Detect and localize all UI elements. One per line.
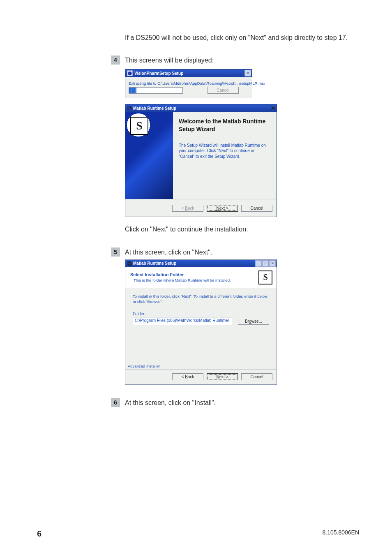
next-button[interactable]: Next >: [207, 373, 238, 380]
intro-text: If a DS2500 will not be used, click only…: [125, 33, 359, 42]
step-5-marker: 5: [111, 247, 120, 257]
matlab-wizard-titlebar: ⧉ Matlab Runtime Setup ✕: [125, 104, 277, 112]
product-logo-icon: S: [258, 271, 272, 284]
wizard-heading: Welcome to the Matlab Runtime Setup Wiza…: [179, 118, 271, 132]
sif-header-sub: This is the folder where Matlab Runtime …: [134, 278, 231, 282]
close-icon[interactable]: ✕: [244, 70, 251, 76]
matlab-wizard-dialog: ⧉ Matlab Runtime Setup ✕ S Welcome to th…: [125, 104, 277, 217]
progress-bar: [129, 87, 183, 94]
cancel-button[interactable]: Cancel: [241, 205, 272, 212]
sif-titlebar: ⧉ Matlab Runtime Setup _ □ ✕: [125, 260, 277, 267]
wizard-banner: S: [125, 112, 173, 199]
back-button[interactable]: < Back: [172, 373, 203, 380]
minimize-icon[interactable]: _: [255, 260, 262, 267]
visionpharm-title: VisionPharmSetup Setup: [134, 71, 183, 76]
browse-button[interactable]: Browse...: [238, 318, 269, 325]
step-4-marker: 4: [111, 56, 120, 65]
select-install-folder-dialog: ⧉ Matlab Runtime Setup _ □ ✕ Select Inst…: [125, 259, 277, 385]
step-4-after-text: Click on "Next" to continue the installa…: [125, 224, 359, 234]
folder-label: Folder:: [133, 312, 269, 316]
folder-input[interactable]: C:\Program Files (x86)\MathWorks\Matlab …: [133, 317, 232, 325]
wizard-description: The Setup Wizard will install Matlab Run…: [179, 143, 271, 160]
step-4-text: This screens will be displayed:: [125, 56, 214, 65]
cancel-button[interactable]: Cancel: [208, 87, 239, 94]
step-6-text: At this screen, click on "Install".: [125, 398, 216, 407]
msi-icon: ⧉: [127, 260, 131, 267]
matlab-wizard-title: Matlab Runtime Setup: [133, 106, 176, 111]
close-icon[interactable]: ✕: [270, 104, 276, 112]
back-button[interactable]: < Back: [172, 205, 203, 212]
sif-header-title: Select Installation Folder: [130, 272, 231, 277]
next-button[interactable]: Next >: [207, 205, 238, 212]
step-5-text: At this screen, click on "Next".: [125, 247, 212, 257]
advanced-installer-label: Advanced Installer: [125, 362, 277, 369]
page-number: 6: [37, 529, 42, 539]
visionpharm-dialog: ⬤ VisionPharmSetup Setup ✕ Extracting fi…: [125, 69, 252, 98]
visionpharm-titlebar: ⬤ VisionPharmSetup Setup ✕: [125, 69, 252, 77]
extracting-text: Extracting file to C:\Users\Metrohm\AppD…: [129, 81, 249, 86]
sif-title: Matlab Runtime Setup: [133, 261, 176, 266]
sif-message: To install in this folder, click "Next".…: [133, 294, 269, 305]
product-logo-icon: S: [130, 117, 148, 135]
step-6-marker: 6: [111, 398, 120, 407]
cancel-button[interactable]: Cancel: [241, 373, 272, 380]
app-icon: ⬤: [127, 70, 133, 76]
close-icon[interactable]: ✕: [269, 260, 276, 267]
msi-icon: ⧉: [127, 104, 131, 112]
doc-id: 8.105.8006EN: [322, 529, 359, 539]
maximize-icon: □: [262, 260, 269, 267]
